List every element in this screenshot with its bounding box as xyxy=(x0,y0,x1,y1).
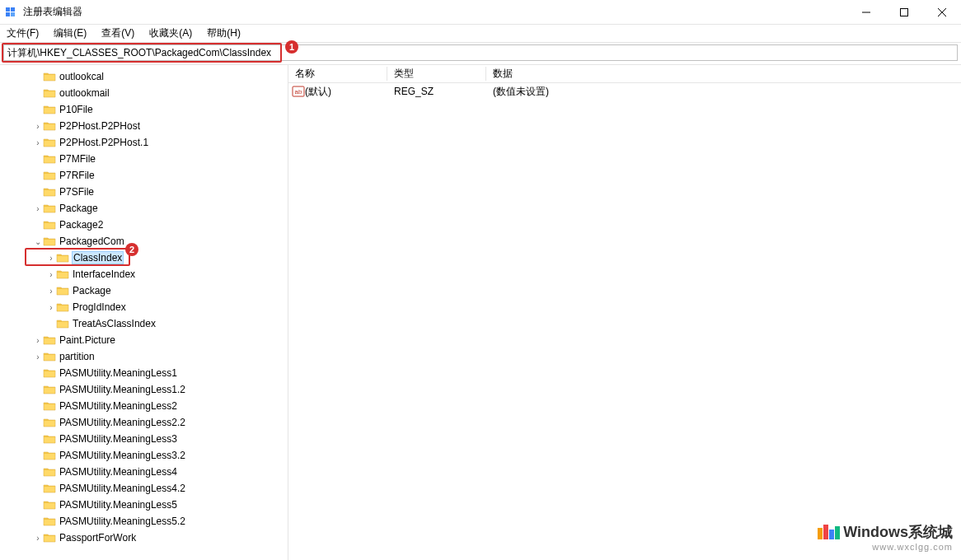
chevron-right-icon[interactable]: › xyxy=(33,352,43,362)
folder-icon xyxy=(43,71,56,82)
watermark-title: Windows系统城 xyxy=(843,522,953,542)
folder-icon xyxy=(43,466,56,478)
menu-favorites[interactable]: 收藏夹(A) xyxy=(146,25,195,42)
tree-item[interactable]: PASMUtility.MeaningLess2.2 xyxy=(0,414,288,431)
tree-item[interactable]: P7MFile xyxy=(0,151,288,167)
watermark-logo-icon xyxy=(818,525,840,539)
tree-pane[interactable]: outlookcaloutlookmailP10File›P2PHost.P2P… xyxy=(0,65,288,560)
tree-item[interactable]: outlookcal xyxy=(0,68,288,85)
folder-icon xyxy=(56,268,69,280)
tree-item[interactable]: outlookmail xyxy=(0,85,288,101)
svg-rect-3 xyxy=(11,12,15,16)
tree-item[interactable]: ›P2PHost.P2PHost.1 xyxy=(0,134,288,151)
chevron-right-icon[interactable]: › xyxy=(33,534,43,543)
tree-item-label: PackagedCom xyxy=(59,236,124,247)
folder-icon xyxy=(43,367,56,379)
tree-item[interactable]: PASMUtility.MeaningLess3 xyxy=(0,431,288,447)
tree-item[interactable]: ›InterfaceIndex xyxy=(0,266,288,282)
tree-item[interactable]: PASMUtility.MeaningLess1 xyxy=(0,365,288,381)
chevron-right-icon[interactable]: › xyxy=(33,336,43,345)
svg-text:ab: ab xyxy=(295,88,302,96)
tree-item-label: Package xyxy=(59,203,98,214)
folder-icon xyxy=(43,203,56,214)
folder-icon xyxy=(43,186,56,198)
tree-item[interactable]: PASMUtility.MeaningLess4 xyxy=(0,464,288,480)
tree-item[interactable]: PASMUtility.MeaningLess5 xyxy=(0,497,288,513)
value-row[interactable]: ab(默认)REG_SZ(数值未设置) xyxy=(288,83,961,100)
chevron-right-icon[interactable]: › xyxy=(33,204,43,213)
tree-item[interactable]: ›ClassIndex xyxy=(0,250,288,266)
tree-item[interactable]: ›ProgIdIndex xyxy=(0,299,288,315)
tree-item[interactable]: ›partition xyxy=(0,348,288,365)
tree-item-label: PASMUtility.MeaningLess1.2 xyxy=(59,384,185,395)
chevron-right-icon[interactable]: › xyxy=(46,254,56,263)
folder-icon xyxy=(43,483,56,494)
tree-item-label: PASMUtility.MeaningLess2 xyxy=(59,400,177,412)
tree-item[interactable]: P7RFile xyxy=(0,167,288,184)
folder-icon xyxy=(43,170,56,181)
svg-rect-2 xyxy=(6,12,10,16)
tree-item-label: outlookmail xyxy=(59,87,110,99)
value-data: (数值未设置) xyxy=(486,85,961,99)
chevron-right-icon[interactable]: › xyxy=(33,122,43,131)
tree-item-label: outlookcal xyxy=(59,71,104,82)
tree-item[interactable]: ›Paint.Picture xyxy=(0,332,288,348)
address-bar[interactable]: 计算机\HKEY_CLASSES_ROOT\PackagedCom\ClassI… xyxy=(3,44,958,61)
folder-icon xyxy=(43,450,56,461)
tree-item-label: P7MFile xyxy=(59,153,96,165)
address-path: 计算机\HKEY_CLASSES_ROOT\PackagedCom\ClassI… xyxy=(7,46,271,60)
chevron-right-icon[interactable]: › xyxy=(33,138,43,147)
tree-item[interactable]: PASMUtility.MeaningLess4.2 xyxy=(0,480,288,497)
menu-help[interactable]: 帮助(H) xyxy=(204,25,244,42)
watermark: Windows系统城 www.wxclgg.com xyxy=(818,522,953,552)
tree-item[interactable]: ›PassportForWork xyxy=(0,530,288,546)
tree-item-label: P2PHost.P2PHost xyxy=(59,120,140,132)
window-title: 注册表编辑器 xyxy=(23,5,82,19)
tree-item[interactable]: Package2 xyxy=(0,217,288,233)
tree-item-label: PASMUtility.MeaningLess4 xyxy=(59,466,177,478)
tree-item-label: Package xyxy=(73,285,111,296)
value-name: (默认) xyxy=(305,85,387,99)
tree-item[interactable]: TreatAsClassIndex xyxy=(0,315,288,332)
tree-item[interactable]: ⌄PackagedCom xyxy=(0,233,288,250)
menu-view[interactable]: 查看(V) xyxy=(98,25,138,42)
tree-item-label: P7SFile xyxy=(59,186,94,198)
tree-item[interactable]: P10File xyxy=(0,101,288,118)
values-pane: 名称 类型 数据 ab(默认)REG_SZ(数值未设置) xyxy=(288,65,961,560)
tree-item[interactable]: PASMUtility.MeaningLess2 xyxy=(0,398,288,414)
tree-item-label: P2PHost.P2PHost.1 xyxy=(59,137,148,148)
window-controls xyxy=(847,0,961,24)
menu-file[interactable]: 文件(F) xyxy=(3,25,42,42)
menu-edit[interactable]: 编辑(E) xyxy=(50,25,90,42)
tree-item[interactable]: PASMUtility.MeaningLess1.2 xyxy=(0,381,288,398)
tree-item[interactable]: ›Package xyxy=(0,200,288,217)
maximize-button[interactable] xyxy=(885,0,923,24)
col-header-name[interactable]: 名称 xyxy=(288,67,387,81)
tree-item[interactable]: ›Package xyxy=(0,282,288,299)
folder-icon xyxy=(43,499,56,511)
annotation-badge-2: 2 xyxy=(125,243,138,256)
chevron-right-icon[interactable]: › xyxy=(46,287,56,296)
folder-icon xyxy=(43,417,56,428)
titlebar: 注册表编辑器 xyxy=(0,0,961,25)
col-header-data[interactable]: 数据 xyxy=(486,67,961,81)
content-area: outlookcaloutlookmailP10File›P2PHost.P2P… xyxy=(0,64,961,560)
tree-item[interactable]: P7SFile xyxy=(0,184,288,200)
tree-item-label: ClassIndex xyxy=(73,252,123,264)
minimize-button[interactable] xyxy=(847,0,885,24)
tree-item-label: PASMUtility.MeaningLess3 xyxy=(59,433,177,445)
tree-item-label: PASMUtility.MeaningLess2.2 xyxy=(59,417,185,428)
chevron-down-icon[interactable]: ⌄ xyxy=(33,237,43,246)
close-button[interactable] xyxy=(923,0,961,24)
tree-item[interactable]: PASMUtility.MeaningLess5.2 xyxy=(0,513,288,530)
tree-item[interactable]: ›P2PHost.P2PHost xyxy=(0,118,288,134)
chevron-right-icon[interactable]: › xyxy=(46,303,56,312)
tree-item[interactable]: PASMUtility.MeaningLess3.2 xyxy=(0,447,288,464)
tree-item-label: PassportForWork xyxy=(59,532,136,544)
tree-item-label: P7RFile xyxy=(59,170,95,181)
col-header-type[interactable]: 类型 xyxy=(387,67,486,81)
folder-icon xyxy=(43,120,56,132)
value-type: REG_SZ xyxy=(387,86,486,97)
chevron-right-icon[interactable]: › xyxy=(46,270,56,279)
watermark-subtitle: www.wxclgg.com xyxy=(818,542,953,552)
